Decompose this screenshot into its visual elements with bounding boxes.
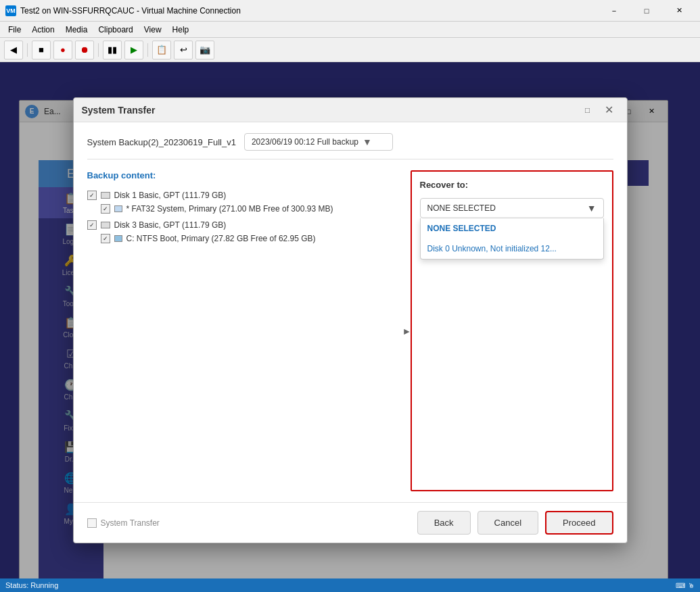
back-button[interactable]: Back [417, 511, 471, 535]
fat32-icon [114, 205, 122, 212]
keyboard-icon: ⌨ [676, 582, 685, 589]
fat32-label: * FAT32 System, Primary (271.00 MB Free … [126, 204, 333, 214]
toolbar-back-btn[interactable]: ◀ [4, 41, 23, 59]
recover-to-panel: ► Recover to: NONE SELECTED ▼ NONE SELEC… [411, 170, 613, 491]
modal-content: System Backup(2)_20230619_Full_v1 2023/0… [74, 122, 627, 502]
footer-checkbox-row: System Transfer [87, 518, 411, 528]
window-controls: − □ ✕ [599, 0, 695, 22]
panel-arrow-icon: ► [402, 326, 412, 337]
recover-to-title: Recover to: [420, 180, 604, 190]
ntfs-checkbox[interactable] [101, 234, 110, 243]
recover-to-selected: NONE SELECTED [427, 203, 582, 213]
disk3-checkbox[interactable] [87, 220, 97, 230]
footer-system-transfer-checkbox[interactable] [87, 518, 97, 528]
toolbar-sep-3 [147, 43, 148, 57]
vm-main-area: E Ea... − □ ✕ E 📋 Tas... 📄 Log... 🔑 [0, 62, 700, 578]
title-bar: VM Test2 on WIN-SSFURRQCAUC - Virtual Ma… [0, 0, 700, 22]
modal-maximize-button[interactable]: □ [578, 101, 597, 120]
menu-help[interactable]: Help [167, 24, 195, 36]
backup-version-dropdown[interactable]: 2023/06/19 00:12 Full backup ▼ [244, 133, 393, 151]
dropdown-option-none[interactable]: NONE SELECTED [421, 218, 603, 239]
disk3-icon [101, 222, 110, 228]
toolbar-undo-btn[interactable]: ↩ [174, 41, 193, 59]
disk1-checkbox[interactable] [87, 191, 97, 200]
toolbar-play-btn[interactable]: ▶ [124, 41, 143, 59]
menu-view[interactable]: View [139, 24, 167, 36]
window-title: Test2 on WIN-SSFURRQCAUC - Virtual Machi… [20, 6, 599, 16]
toolbar-power-btn[interactable]: ⏺ [75, 41, 94, 59]
recover-to-dropdown-menu: NONE SELECTED Disk 0 Unknown, Not initia… [420, 218, 604, 260]
tree-disk1: Disk 1 Basic, GPT (111.79 GB) [87, 189, 397, 202]
menu-file[interactable]: File [3, 24, 26, 36]
toolbar-clipboard-btn[interactable]: 📋 [152, 41, 171, 59]
backup-content-panel: Backup content: Disk 1 Basic, GPT (111.7… [87, 170, 411, 491]
modal-footer: System Transfer Back Cancel Proceed [74, 502, 627, 543]
backup-name-label: System Backup(2)_20230619_Full_v1 [87, 137, 236, 147]
proceed-button[interactable]: Proceed [545, 511, 613, 535]
toolbar-sep-2 [98, 43, 99, 57]
minimize-button[interactable]: − [599, 0, 630, 22]
system-transfer-dialog: System Transfer □ ✕ System Backup(2)_202… [73, 97, 628, 543]
backup-version-text: 2023/06/19 00:12 Full backup [252, 137, 358, 147]
footer-system-transfer-label: System Transfer [101, 518, 160, 528]
backup-content-title: Backup content: [87, 170, 397, 180]
tree-partition-ntfs: C: NTFS Boot, Primary (27.82 GB Free of … [87, 232, 397, 245]
mouse-icon: 🖱 [688, 582, 695, 589]
cancel-button[interactable]: Cancel [477, 511, 538, 535]
modal-close-button[interactable]: ✕ [600, 101, 619, 120]
toolbar-record-btn[interactable]: ● [53, 41, 72, 59]
recover-to-dropdown[interactable]: NONE SELECTED ▼ [420, 198, 604, 218]
toolbar-snapshot-btn[interactable]: 📷 [195, 41, 214, 59]
status-bar: Status: Running ⌨ 🖱 [0, 578, 700, 592]
disk1-icon [101, 192, 110, 199]
close-button[interactable]: ✕ [663, 0, 695, 22]
dropdown-arrow-icon: ▼ [587, 203, 597, 214]
dropdown-option-disk0[interactable]: Disk 0 Unknown, Not initialized 12... [421, 239, 603, 259]
menu-media[interactable]: Media [60, 24, 93, 36]
ntfs-label: C: NTFS Boot, Primary (27.82 GB Free of … [126, 234, 316, 243]
tree-partition-fat32: * FAT32 System, Primary (271.00 MB Free … [87, 202, 397, 216]
recover-to-dropdown-container: NONE SELECTED ▼ NONE SELECTED Disk 0 Unk… [420, 198, 604, 218]
fat32-checkbox[interactable] [101, 204, 110, 214]
two-panel-layout: Backup content: Disk 1 Basic, GPT (111.7… [87, 170, 613, 491]
menu-clipboard[interactable]: Clipboard [93, 24, 138, 36]
status-text: Status: Running [5, 581, 58, 589]
disk3-label: Disk 3 Basic, GPT (111.79 GB) [114, 220, 227, 230]
disk1-label: Disk 1 Basic, GPT (111.79 GB) [114, 191, 227, 200]
tree-disk3: Disk 3 Basic, GPT (111.79 GB) [87, 218, 397, 232]
menu-action[interactable]: Action [26, 24, 60, 36]
toolbar: ◀ ■ ● ⏺ ▮▮ ▶ 📋 ↩ 📷 [0, 38, 700, 62]
menu-bar: File Action Media Clipboard View Help [0, 22, 700, 38]
maximize-button[interactable]: □ [631, 0, 662, 22]
backup-version-arrow-icon: ▼ [363, 137, 372, 147]
modal-title: System Transfer [82, 105, 578, 116]
footer-buttons: Back Cancel Proceed [417, 511, 613, 535]
modal-overlay: System Transfer □ ✕ System Backup(2)_202… [0, 62, 700, 578]
backup-info-row: System Backup(2)_20230619_Full_v1 2023/0… [87, 133, 613, 159]
status-icons: ⌨ 🖱 [676, 582, 695, 589]
toolbar-stop-btn[interactable]: ■ [32, 41, 51, 59]
window-icon: VM [5, 5, 16, 16]
modal-titlebar: System Transfer □ ✕ [74, 98, 627, 122]
ntfs-icon [114, 235, 122, 242]
toolbar-pause-btn[interactable]: ▮▮ [103, 41, 122, 59]
toolbar-sep-1 [27, 43, 28, 57]
